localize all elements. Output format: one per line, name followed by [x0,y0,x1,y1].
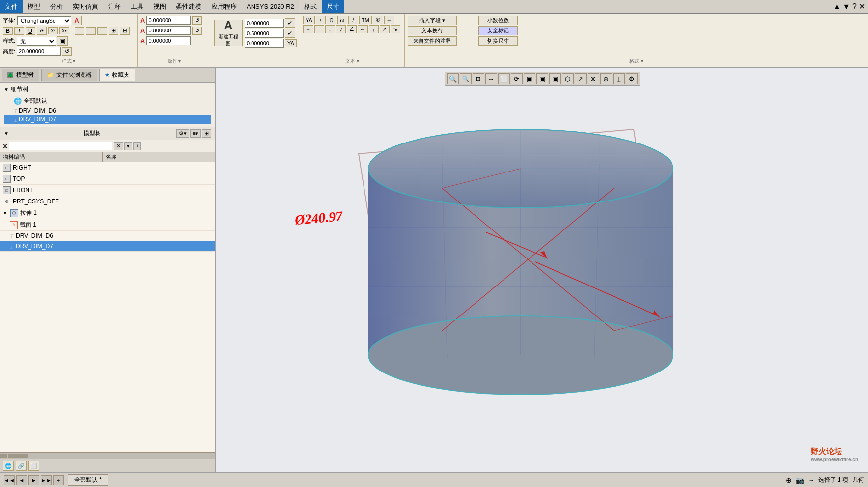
tree-settings-btn[interactable]: ⚙▾ [176,129,189,138]
ops-input-2[interactable] [245,29,284,38]
menu-item-view[interactable]: 视图 [148,0,171,13]
align-left-btn[interactable]: ≡ [75,27,84,35]
nav-last-btn[interactable]: ►► [41,475,52,485]
tree-bottom-btn1[interactable]: 🌐 [3,461,14,471]
vp-snap[interactable]: ⊕ [600,73,612,84]
vp-wireframe[interactable]: ⬡ [562,73,574,84]
input-field-2[interactable] [146,26,191,35]
tab-favorites[interactable]: ★ 收藏夹 [99,69,135,81]
strikethrough-btn[interactable]: A̶ [37,27,47,35]
menu-item-tools[interactable]: 工具 [126,0,148,13]
subscript-btn[interactable]: x₂ [59,27,69,34]
superscript-btn[interactable]: x² [48,27,58,34]
window-restore-icon[interactable]: ▼ [842,2,850,11]
vp-settings[interactable]: ⚙ [626,73,638,84]
sym-arrow-down[interactable]: ↓ [325,25,335,33]
decimal-btn[interactable]: 小数位数 [478,16,518,25]
nav-next-btn[interactable]: ► [28,475,39,485]
tree-list-item-right[interactable]: □ RIGHT [0,162,215,173]
tab-folder-browser[interactable]: 📁 文件夹浏览器 [41,69,97,81]
input1-refresh-btn[interactable]: ↺ [192,16,202,25]
from-file-btn[interactable]: 来自文件的注释 [408,36,457,46]
vp-pan[interactable]: ↔ [485,73,497,84]
sym-slash[interactable]: / [348,16,358,24]
input-field-3[interactable] [146,36,191,45]
insert-field-btn[interactable]: 插入字段 ▾ [408,16,457,25]
tree-list-item-drv-d6[interactable]: ⌶ DRV_DIM_D6 [0,231,215,241]
tree-list-item-csys[interactable]: ⊕ PRT_CSYS_DEF [0,196,215,207]
sym-angle[interactable]: ∠ [347,25,357,33]
sym-diag2[interactable]: ↘ [391,25,400,33]
tree-item-drv-d7-top[interactable]: ⌶ DRV_DIM_D7 [4,115,211,124]
tab-model-tree[interactable]: 🌲 模型树 [2,69,39,81]
status-tab-label[interactable]: 全部默认 * [68,474,108,486]
extrude-expand-icon[interactable]: ▼ [3,211,7,216]
vp-rotate[interactable]: ⟳ [511,73,523,84]
tree-bottom-btn2[interactable]: 🔗 [16,461,27,471]
vp-filter[interactable]: ⧖ [588,73,599,84]
nav-first-btn[interactable]: ◄◄ [4,475,15,485]
sym-arrow-left[interactable]: ← [384,16,394,24]
menu-item-apps[interactable]: 应用程序 [206,0,242,13]
window-help-icon[interactable]: ? [852,2,857,11]
ops-input-1[interactable] [245,19,284,28]
tree-expand-btn[interactable]: ⊞ [202,129,211,138]
menu-item-model[interactable]: 模型 [23,0,45,13]
sym-diag1[interactable]: ↗ [380,25,390,33]
tree-list-item-drv-d7[interactable]: ⌶ DRV_DIM_D7 [0,241,215,252]
tree-list-item-top[interactable]: □ TOP [0,173,215,185]
search-add-btn[interactable]: + [133,142,141,150]
tree-item-defaults[interactable]: 🌐 全部默认 [4,96,211,106]
font-selector[interactable]: ChangFangSc [17,16,71,25]
style-palette-btn[interactable]: ▣ [57,36,68,46]
new-project-btn[interactable]: A 新建工程图 [214,20,243,46]
window-minimize-icon[interactable]: ▲ [833,2,840,11]
align-center-btn[interactable]: ≡ [86,27,96,35]
tree-list-item-front[interactable]: □ FRONT [0,185,215,196]
menu-item-format[interactable]: 格式 [299,0,322,13]
sym-arrow-right[interactable]: → [303,25,313,33]
spacing2-btn[interactable]: ⊟ [120,27,130,35]
align-right-btn[interactable]: ≡ [97,27,107,35]
vp-hidden[interactable]: ▣ [549,73,561,84]
toggle-dim-btn[interactable]: 切换尺寸 [478,36,518,46]
safety-mark-btn[interactable]: 安全标记 [478,26,518,35]
sym-ya[interactable]: YA [303,16,315,24]
ops-input-3[interactable] [245,39,284,48]
vp-dim-display[interactable]: ⌶ [613,73,625,84]
sym-sqrt[interactable]: √ [336,25,346,33]
model-tree-expand[interactable]: ▼ [4,131,9,136]
ops-value-btn[interactable]: YA [285,39,297,47]
menu-item-dimension[interactable]: 尺寸 [322,0,344,13]
search-input[interactable] [9,142,112,150]
sym-tm[interactable]: TM [359,16,372,24]
detail-tree-expand[interactable]: ▼ [4,87,9,92]
vp-zoom-in[interactable]: 🔍 [447,73,459,84]
tree-menu-btn[interactable]: ≡▾ [190,129,201,138]
window-close-icon[interactable]: ✕ [859,2,865,11]
input-field-1[interactable] [146,16,191,25]
sym-doublearrow-h[interactable]: ↔ [358,25,368,33]
vp-box[interactable]: ⬜ [498,73,510,84]
nav-add-btn[interactable]: + [53,475,64,485]
nav-prev-btn[interactable]: ◄ [16,475,27,485]
menu-item-analysis[interactable]: 分析 [45,0,68,13]
tree-item-drv-d6-top[interactable]: ⌶ DRV_DIM_D6 [4,106,211,115]
menu-item-flexible[interactable]: 柔性建模 [171,0,206,13]
vp-edges[interactable]: ▣ [536,73,548,84]
menu-item-rtsim[interactable]: 实时仿真 [68,0,103,13]
vp-shading[interactable]: ▣ [524,73,535,84]
sym-plusminus[interactable]: ± [316,16,326,24]
sym-doublearrow-v[interactable]: ↕ [369,25,379,33]
menu-item-ansys[interactable]: ANSYS 2020 R2 [242,0,299,13]
sym-omega-large[interactable]: Ω [327,16,336,24]
sym-omega-small[interactable]: ω [337,16,347,24]
underline-btn[interactable]: U [26,27,35,35]
spacing1-btn[interactable]: ⊞ [109,27,118,35]
font-color-btn[interactable]: A [72,16,82,25]
input2-refresh-btn[interactable]: ↺ [192,27,202,35]
search-filter-btn[interactable]: ▾ [124,142,132,150]
sym-arrow-up[interactable]: ↑ [314,25,324,33]
height-input[interactable] [17,47,61,56]
italic-btn[interactable]: I [14,27,24,35]
